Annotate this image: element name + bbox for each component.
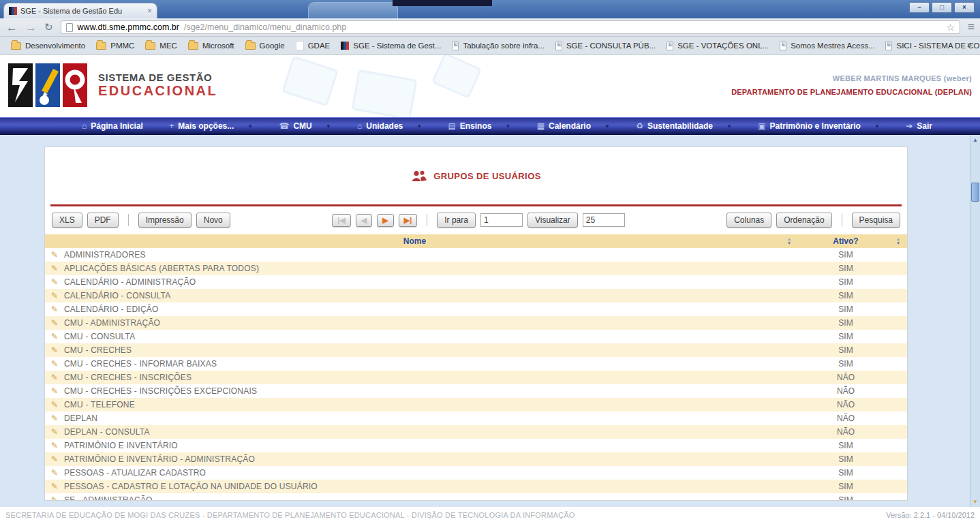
edit-icon[interactable]: ✎ (45, 373, 64, 382)
search-button[interactable]: Pesquisa (852, 213, 900, 228)
goto-page-button[interactable]: Ir para (437, 213, 476, 228)
table-row: ✎CMU - CRECHESSIM (45, 343, 907, 357)
table-row: ✎DEPLANNÃO (45, 411, 907, 425)
tab-close-icon[interactable]: × (147, 6, 152, 16)
row-active-value: SIM (784, 359, 907, 369)
bookmark-item[interactable]: Microsoft (183, 40, 240, 52)
bookmark-item[interactable]: GDAE (290, 39, 336, 52)
page-size-button[interactable]: Visualizar (527, 213, 578, 228)
bookmark-icon (885, 42, 892, 50)
edit-icon[interactable]: ✎ (45, 495, 64, 501)
pdf-button[interactable]: PDF (87, 213, 119, 228)
bookmark-item[interactable]: SGE - CONSULTA PÚB... (550, 40, 661, 52)
row-name: PATRIMÔNIO E INVENTÁRIO (64, 441, 784, 450)
nav-item[interactable]: ☎CMU▼ (279, 121, 331, 131)
pagination-last-button[interactable]: ▶| (399, 214, 418, 227)
sge-favicon-icon (9, 7, 17, 15)
nav-item[interactable]: ▤Ensinos▼ (448, 121, 510, 131)
edit-icon[interactable]: ✎ (45, 305, 64, 314)
url-path: /sge2/menu_dinamico/menu_dinamico.php (184, 22, 346, 32)
bookmark-item[interactable]: SGE - VOTAÇÕES ONL... (661, 40, 774, 52)
table-row: ✎DEPLAN - CONSULTANÃO (45, 425, 907, 439)
table-row: ✎CMU - CRECHES - INSCRIÇÕESNÃO (45, 371, 907, 384)
browser-toolbar: ← → ↻ www.dti.sme.pmmc.com.br /sge2/menu… (0, 18, 980, 37)
forward-button[interactable]: → (25, 22, 37, 33)
pagination-next-button[interactable]: ▶ (377, 214, 393, 227)
goto-page-input[interactable] (480, 213, 523, 227)
nav-item[interactable]: ▣Patrimônio e Inventário▼ (758, 121, 880, 131)
edit-icon[interactable]: ✎ (45, 454, 64, 464)
xls-button[interactable]: XLS (52, 213, 82, 228)
new-tab-button[interactable] (308, 2, 398, 18)
edit-icon[interactable]: ✎ (45, 482, 64, 491)
bookmarks-overflow-icon[interactable]: » (963, 40, 976, 50)
browser-tab[interactable]: SGE - Sistema de Gestão Edu × (3, 3, 157, 18)
bookmark-label: SGE - CONSULTA PÚB... (566, 42, 656, 50)
nav-item[interactable]: ⌂Página Inicial (82, 121, 143, 131)
edit-icon[interactable]: ✎ (45, 332, 64, 341)
page-size-input[interactable] (583, 213, 625, 227)
address-bar[interactable]: www.dti.sme.pmmc.com.br /sge2/menu_dinam… (61, 20, 961, 34)
row-active-value: SIM (784, 495, 907, 501)
content-scrollbar[interactable]: ▲ ▼ (970, 135, 980, 507)
new-button[interactable]: Novo (196, 213, 230, 228)
columns-button[interactable]: Colunas (726, 213, 771, 228)
bookmark-label: Google (260, 42, 285, 50)
edit-icon[interactable]: ✎ (45, 427, 64, 437)
chevron-down-icon: ▼ (505, 123, 510, 129)
chrome-menu-icon[interactable]: ≡ (968, 20, 974, 34)
close-button[interactable]: × (954, 2, 975, 13)
edit-icon[interactable]: ✎ (45, 250, 64, 260)
row-active-value: NÃO (784, 373, 907, 382)
minimize-button[interactable]: – (909, 2, 930, 13)
edit-icon[interactable]: ✎ (45, 414, 64, 423)
bookmark-label: Desenvolvimento (25, 42, 85, 50)
edit-icon[interactable]: ✎ (45, 386, 64, 396)
edit-icon[interactable]: ✎ (45, 400, 64, 409)
edit-icon[interactable]: ✎ (45, 468, 64, 478)
bookmark-item[interactable]: Google (240, 40, 290, 52)
nav-item[interactable]: ⌂Unidades▼ (357, 121, 422, 131)
bookmark-item[interactable]: SGE - Sistema de Gest... (335, 40, 446, 52)
back-button[interactable]: ← (6, 22, 18, 33)
scroll-thumb[interactable] (971, 183, 979, 202)
sort-icon-ativo[interactable] (893, 237, 907, 245)
edit-icon[interactable]: ✎ (45, 264, 64, 273)
row-name: DEPLAN (64, 414, 784, 423)
table-row: ✎CALENDÁRIO - EDIÇÃOSIM (45, 302, 907, 316)
table-row: ✎PATRIMÔNIO E INVENTÁRIOSIM (45, 439, 907, 452)
edit-icon[interactable]: ✎ (45, 441, 64, 450)
bookmark-item[interactable]: Tabulação sobre infra... (446, 40, 550, 52)
scroll-up-icon[interactable]: ▲ (970, 135, 980, 145)
row-active-value: SIM (784, 454, 907, 464)
reload-button[interactable]: ↻ (44, 21, 53, 33)
edit-icon[interactable]: ✎ (45, 318, 64, 328)
nav-item-icon: ▣ (758, 121, 765, 131)
sort-icon-nome[interactable] (784, 237, 798, 245)
bookmark-icon (341, 42, 349, 50)
ordering-button[interactable]: Ordenação (776, 213, 831, 228)
row-active-value: SIM (784, 318, 907, 328)
nav-item[interactable]: ▦Calendário▼ (537, 121, 610, 131)
pagination-first-button[interactable]: |◀ (332, 214, 351, 227)
edit-icon[interactable]: ✎ (45, 291, 64, 300)
edit-icon[interactable]: ✎ (45, 345, 64, 355)
bookmark-item[interactable]: PMMC (91, 40, 140, 52)
row-name: APLICAÇÕES BÁSICAS (ABERTAS PARA TODOS) (64, 264, 784, 273)
logo-text-line1: SISTEMA DE GESTÃO (98, 72, 217, 83)
bookmark-icon (145, 42, 155, 50)
edit-icon[interactable]: ✎ (45, 277, 64, 287)
nav-item[interactable]: +Mais opções...▼ (169, 121, 253, 131)
nav-item[interactable]: ♻Sustentabilidade▼ (636, 121, 732, 131)
users-icon (411, 170, 427, 182)
edit-icon[interactable]: ✎ (45, 359, 64, 369)
nav-item[interactable]: ➔Sair (906, 121, 932, 131)
scroll-down-icon[interactable]: ▼ (970, 497, 980, 507)
print-button[interactable]: Impressão (138, 213, 192, 228)
pagination-prev-button[interactable]: ◀ (356, 214, 372, 227)
restore-button[interactable]: □ (932, 2, 952, 13)
bookmark-item[interactable]: Desenvolvimento (5, 40, 91, 52)
bookmark-star-icon[interactable]: ☆ (947, 22, 955, 33)
bookmark-item[interactable]: MEC (140, 40, 183, 52)
bookmark-item[interactable]: Somos Mestres Acess... (774, 40, 880, 52)
